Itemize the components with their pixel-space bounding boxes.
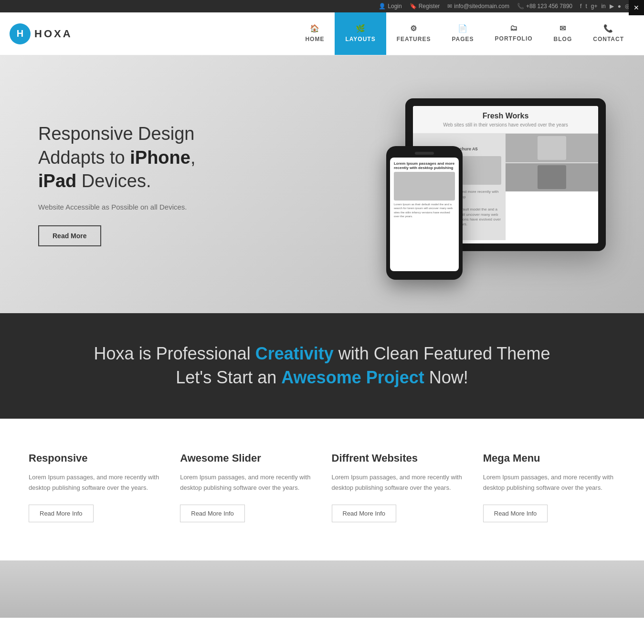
- features-section: Responsive Lorem Ipsum passages, and mor…: [0, 419, 644, 560]
- phone-mockup: Lorem Ipsum passages and more recently w…: [386, 146, 463, 280]
- nav-home[interactable]: 🏠 HOME: [295, 12, 335, 55]
- facebook-link[interactable]: f: [580, 3, 581, 10]
- hero-image: Fresh Works Web sites still in their ver…: [294, 98, 606, 270]
- email-info: ✉ info@sitedomain.com: [447, 3, 509, 10]
- feature-1-cta[interactable]: Read More Info: [29, 505, 94, 522]
- tagline-section: Hoxa is Professional Creativity with Cle…: [0, 313, 644, 419]
- feature-slider: Awesome Slider Lorem Ipsum passages, and…: [180, 452, 312, 522]
- hero-title: Responsive Design Addapts to iPhone, iPa…: [38, 122, 294, 193]
- googleplus-link[interactable]: g+: [591, 3, 598, 10]
- logo-text: HOXA: [34, 28, 73, 40]
- email-icon: ✉: [447, 3, 452, 10]
- portfolio-icon: 🗂: [510, 24, 518, 32]
- nav-contact[interactable]: 📞 CONTACT: [582, 12, 634, 55]
- hero-read-more-button[interactable]: Read More: [38, 225, 101, 246]
- register-link[interactable]: 🔖 Register: [410, 3, 440, 10]
- bottom-section: [0, 560, 644, 618]
- feature-4-desc: Lorem Ipsum passages, and more recently …: [483, 472, 615, 493]
- contact-icon: 📞: [603, 24, 613, 33]
- feature-3-title: Diffrent Websites: [332, 452, 464, 465]
- twitter-link[interactable]: t: [585, 3, 587, 10]
- feature-2-title: Awesome Slider: [180, 452, 312, 465]
- feature-3-desc: Lorem Ipsum passages, and more recently …: [332, 472, 464, 493]
- feature-4-title: Mega Menu: [483, 452, 615, 465]
- feature-2-cta[interactable]: Read More Info: [180, 505, 245, 522]
- user-icon: 👤: [379, 3, 386, 10]
- hero-subtitle: Website Accessible as Possible on all De…: [38, 203, 294, 211]
- feature-2-desc: Lorem Ipsum passages, and more recently …: [180, 472, 312, 493]
- feature-websites: Diffrent Websites Lorem Ipsum passages, …: [332, 452, 464, 522]
- feature-responsive: Responsive Lorem Ipsum passages, and mor…: [29, 452, 161, 522]
- tablet-top-right: [506, 134, 598, 163]
- features-icon: ⚙: [410, 24, 417, 33]
- feature-3-cta[interactable]: Read More Info: [332, 505, 397, 522]
- nav-layouts[interactable]: 🌿 LAYOUTS: [335, 12, 386, 55]
- feature-1-desc: Lorem Ipsum passages, and more recently …: [29, 472, 161, 493]
- corner-widget[interactable]: ✕: [629, 0, 644, 15]
- social-links: f t g+ in ▶ ● ◎: [580, 3, 630, 10]
- phone-info: 📞 +88 123 456 7890: [517, 3, 572, 10]
- phone-notch: [415, 152, 434, 155]
- hero-content: Responsive Design Addapts to iPhone, iPa…: [38, 122, 294, 246]
- phone-screen: Lorem Ipsum passages and more recently w…: [390, 158, 459, 271]
- blog-icon: ✉: [560, 24, 566, 33]
- nav-features[interactable]: ⚙ FEATURES: [386, 12, 442, 55]
- hero-section: Responsive Design Addapts to iPhone, iPa…: [0, 55, 644, 313]
- top-bar: 👤 Login 🔖 Register ✉ info@sitedomain.com…: [0, 0, 644, 12]
- feature-megamenu: Mega Menu Lorem Ipsum passages, and more…: [483, 452, 615, 522]
- header: H HOXA 🏠 HOME 🌿 LAYOUTS ⚙ FEATURES 📄 PAG…: [0, 12, 644, 55]
- features-grid: Responsive Lorem Ipsum passages, and mor…: [29, 452, 615, 522]
- tablet-header: Fresh Works Web sites still in their ver…: [413, 106, 598, 134]
- logo[interactable]: H HOXA: [10, 12, 73, 55]
- register-icon: 🔖: [410, 3, 417, 10]
- feature-1-title: Responsive: [29, 452, 161, 465]
- nav-pages[interactable]: 📄 PAGES: [441, 12, 484, 55]
- login-link[interactable]: 👤 Login: [379, 3, 401, 10]
- nav-portfolio[interactable]: 🗂 PORTFOLIO: [485, 12, 543, 55]
- main-nav: 🏠 HOME 🌿 LAYOUTS ⚙ FEATURES 📄 PAGES 🗂 PO…: [295, 12, 634, 55]
- home-icon: 🏠: [310, 24, 320, 33]
- pages-icon: 📄: [458, 24, 468, 33]
- linkedin-link[interactable]: in: [601, 3, 605, 10]
- logo-icon: H: [10, 23, 31, 44]
- tagline-text: Hoxa is Professional Creativity with Cle…: [19, 342, 625, 390]
- nav-blog[interactable]: ✉ BLOG: [543, 12, 583, 55]
- layouts-icon: 🌿: [356, 24, 366, 33]
- phone-screen-image: [394, 172, 455, 201]
- youtube-link[interactable]: ▶: [610, 3, 614, 10]
- dribbble-link[interactable]: ●: [618, 3, 621, 10]
- tablet-bottom-right: [506, 163, 598, 192]
- phone-icon: 📞: [517, 3, 524, 10]
- feature-4-cta[interactable]: Read More Info: [483, 505, 548, 522]
